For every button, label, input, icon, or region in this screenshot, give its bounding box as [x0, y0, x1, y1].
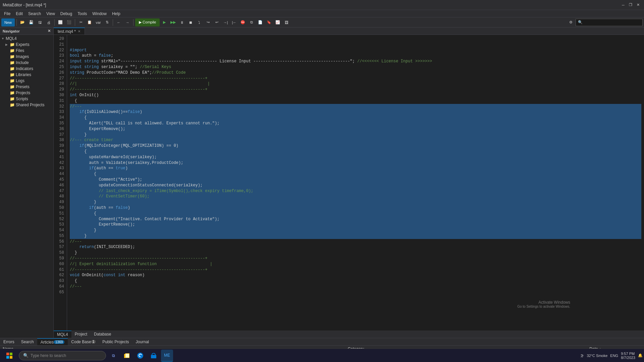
project-tab-mql4[interactable]: MQL4 — [54, 330, 71, 338]
taskbar-explorer[interactable] — [121, 350, 133, 362]
taskbar-task-view[interactable]: ⧉ — [107, 350, 119, 362]
menu-tools[interactable]: Tools — [75, 11, 90, 17]
pause-button[interactable]: ⏸ — [178, 18, 186, 26]
step-out-button[interactable]: ↩ — [213, 18, 221, 26]
menu-window[interactable]: Window — [90, 11, 109, 17]
folder-icon-include: 📁 — [10, 60, 15, 65]
compile-button[interactable]: ▶ Compile — [135, 18, 160, 26]
code-area[interactable]: 2021222324252627282930313233343536373839… — [54, 35, 644, 330]
code-line-34: if(IsDllsAllowed()==false) — [70, 109, 641, 115]
image-button[interactable]: 🖼 — [282, 18, 290, 26]
menu-help[interactable]: Help — [109, 11, 123, 17]
bottom-tab-public-projects[interactable]: Public Projects — [99, 338, 132, 345]
nav-item-files[interactable]: 📁 Files — [0, 48, 53, 54]
chart-button[interactable]: 📈 — [274, 18, 282, 26]
weather-icon: 🌫 — [580, 354, 584, 358]
nav-item-presets[interactable]: 📁 Presets — [0, 84, 53, 90]
print-button[interactable]: 🖨 — [45, 18, 53, 26]
step-over-button[interactable]: ↪ — [204, 18, 212, 26]
bottom-tab-search[interactable]: Search — [18, 338, 37, 345]
nav-item-experts[interactable]: ▶ 📁 Experts — [0, 42, 53, 48]
forward-button[interactable]: → — [123, 18, 131, 26]
mode-button[interactable]: ⬜ — [56, 18, 64, 26]
open-button[interactable]: 📂 — [18, 18, 26, 26]
nav-item-logs[interactable]: 📁 Logs — [0, 78, 53, 84]
bottom-tab-articles[interactable]: Articles 1369 — [37, 338, 68, 345]
taskbar-metaeditor[interactable]: ME — [161, 350, 173, 362]
line-number-52: 52 — [56, 217, 64, 222]
prev-error-button[interactable]: |← — [230, 18, 238, 26]
code-line-31: int OnInit() — [70, 93, 641, 98]
copy2-button[interactable]: ⧉ — [248, 18, 256, 26]
next-error-button[interactable]: →| — [221, 18, 229, 26]
bookmark-button[interactable]: 🔖 — [265, 18, 273, 26]
save-button[interactable]: 💾 — [27, 18, 35, 26]
menu-search[interactable]: Search — [25, 11, 44, 17]
nav-item-libraries[interactable]: 📁 Libraries — [0, 72, 53, 78]
bottom-tab-journal[interactable]: Journal — [132, 338, 152, 345]
start-button[interactable] — [1, 350, 17, 362]
code-line-41: { — [70, 149, 641, 155]
notifications-icon[interactable]: 🔔 — [638, 353, 643, 358]
back-button[interactable]: ← — [115, 18, 123, 26]
taskbar-store[interactable] — [148, 350, 160, 362]
start-button[interactable]: ▶▶ — [169, 18, 177, 26]
stop-button[interactable]: ⏹ — [186, 18, 195, 26]
save-all-button[interactable]: 🖫 — [36, 18, 44, 26]
copy-button[interactable]: 📋 — [86, 18, 94, 26]
toolbar-separator-3 — [75, 19, 75, 26]
code-line-52: { — [70, 211, 641, 217]
minimize-button[interactable]: ─ — [620, 2, 627, 8]
code-line-33: //--- — [70, 104, 641, 110]
settings-button[interactable]: ⚙ — [567, 18, 575, 26]
editor-tab-bar: test.mq4 * ✕ — [54, 27, 644, 35]
run-button[interactable]: ▶ — [160, 18, 168, 26]
navigator-close-icon[interactable]: ✕ — [48, 29, 51, 33]
line-number-48: 48 — [56, 194, 64, 199]
menu-edit[interactable]: Edit — [13, 11, 25, 17]
code-line-29: //| | — [70, 81, 641, 87]
project-tab-database[interactable]: Database — [91, 330, 114, 338]
mode2-button[interactable]: ⬛ — [65, 18, 73, 26]
new-button[interactable]: New — [1, 18, 15, 26]
date-display: 8/7/2023 — [621, 356, 635, 360]
editor-tab-close-icon[interactable]: ✕ — [78, 29, 80, 33]
code-line-60: //--------------------------------------… — [70, 256, 641, 261]
close-button[interactable]: ✕ — [635, 2, 641, 8]
line-number-47: 47 — [56, 188, 64, 194]
taskbar-search-box[interactable]: 🔍 Type here to search — [19, 351, 106, 360]
line-number-25: 25 — [56, 64, 64, 70]
menu-view[interactable]: View — [44, 11, 58, 17]
svg-rect-3 — [10, 356, 12, 359]
var-button[interactable]: var — [94, 18, 102, 26]
search-toolbar[interactable]: 🔍 — [576, 19, 643, 26]
restore-button[interactable]: ❐ — [627, 2, 634, 8]
sort-button[interactable]: ⇅ — [103, 18, 111, 26]
bottom-tab-errors[interactable]: Errors — [0, 338, 18, 345]
nav-item-include[interactable]: 📁 Include — [0, 60, 53, 66]
bottom-tab-codebase[interactable]: Code Base 1 — [68, 338, 99, 345]
menu-debug[interactable]: Debug — [58, 11, 75, 17]
taskbar-edge[interactable] — [134, 350, 146, 362]
line-number-40: 40 — [56, 149, 64, 155]
nav-item-images[interactable]: 📁 Images — [0, 54, 53, 60]
nav-item-indicators[interactable]: 📁 Indicators — [0, 66, 53, 72]
project-tab-project[interactable]: Project — [71, 330, 91, 338]
stop2-button[interactable]: ⛔ — [239, 18, 247, 26]
nav-label-presets: Presets — [16, 84, 30, 89]
cut-button[interactable]: ✂ — [77, 18, 85, 26]
code-content[interactable]: #importbool auth = false;input string st… — [67, 35, 644, 330]
toolbar-separator-4 — [113, 19, 113, 26]
nav-item-scripts[interactable]: 📁 Scripts — [0, 96, 53, 102]
nav-label-experts: Experts — [16, 42, 30, 47]
menu-file[interactable]: File — [1, 11, 13, 17]
code-line-59: } — [70, 250, 641, 256]
paste-button[interactable]: 📄 — [256, 18, 264, 26]
line-number-20: 20 — [56, 36, 64, 42]
nav-item-projects[interactable]: 📁 Projects — [0, 90, 53, 96]
editor-tab-test-mq4[interactable]: test.mq4 * ✕ — [54, 27, 85, 35]
line-number-24: 24 — [56, 59, 64, 64]
step-button[interactable]: ⤵ — [195, 18, 203, 26]
nav-item-shared-projects[interactable]: 📁 Shared Projects — [0, 102, 53, 108]
nav-item-mql4[interactable]: ▼ MQL4 — [0, 36, 53, 42]
